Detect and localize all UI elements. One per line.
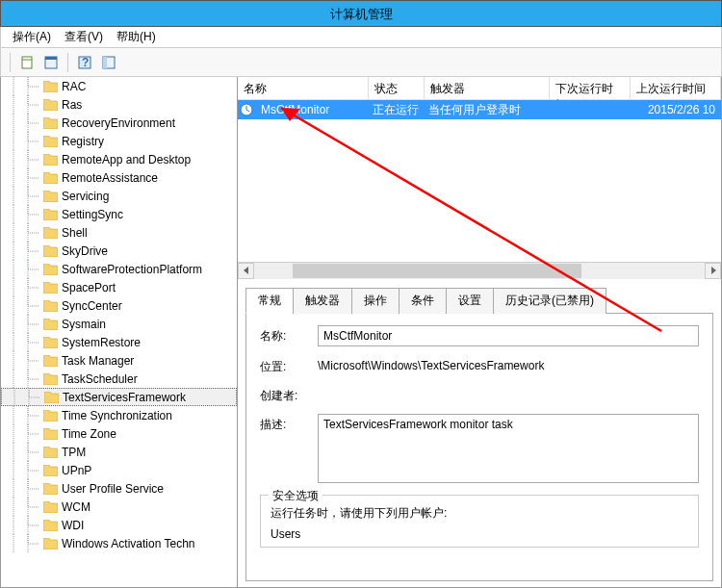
tab-triggers[interactable]: 触发器 (293, 288, 352, 314)
sidebar-item-task-manager[interactable]: Task Manager (1, 351, 237, 370)
folder-icon (43, 465, 58, 476)
sidebar-item-windows-activation-techn[interactable]: Windows Activation Techn (1, 534, 237, 552)
cell-trigger: 当任何用户登录时 (423, 102, 548, 118)
tree-lines (5, 150, 43, 168)
col-status[interactable]: 状态 (369, 77, 425, 99)
tree-lines (5, 479, 43, 498)
sidebar-item-upnp[interactable]: UPnP (1, 461, 237, 479)
folder-icon (43, 428, 58, 440)
folder-icon (43, 191, 58, 202)
scroll-right-icon[interactable] (705, 263, 721, 279)
sidebar-item-label: Sysmain (62, 318, 106, 331)
sidebar-item-spaceport[interactable]: SpacePort (1, 278, 237, 296)
folder-icon (43, 117, 58, 129)
field-location: \Microsoft\Windows\TextServicesFramework (318, 356, 544, 372)
tree-lines (5, 351, 43, 370)
sidebar-item-tpm[interactable]: TPM (1, 443, 237, 461)
general-panel: 名称: 位置: \Microsoft\Windows\TextServicesF… (245, 314, 713, 581)
sidebar-item-rac[interactable]: RAC (1, 77, 237, 95)
folder-icon (43, 483, 58, 495)
menu-action[interactable]: 操作(A) (13, 29, 51, 45)
tab-settings[interactable]: 设置 (446, 288, 494, 314)
horizontal-scrollbar[interactable] (238, 262, 721, 278)
col-trigger[interactable]: 触发器 (425, 77, 550, 99)
sidebar-item-recoveryenvironment[interactable]: RecoveryEnvironment (1, 114, 237, 132)
label-location: 位置: (260, 356, 318, 375)
sidebar-item-wcm[interactable]: WCM (1, 498, 237, 516)
sidebar-item-textservicesframework[interactable]: TextServicesFramework (1, 388, 237, 406)
sidebar-item-remoteassistance[interactable]: RemoteAssistance (1, 168, 237, 187)
tab-general[interactable]: 常规 (245, 288, 294, 314)
folder-icon (44, 392, 59, 403)
toolbar-button-1[interactable] (16, 52, 38, 73)
sidebar-item-taskscheduler[interactable]: TaskScheduler (1, 370, 237, 388)
sidebar-item-label: Time Zone (62, 427, 116, 441)
col-last-run[interactable]: 上次运行时间 (631, 77, 721, 99)
sidebar-item-label: RemoteAssistance (62, 171, 158, 185)
toolbar-button-4[interactable] (98, 52, 119, 73)
folder-icon (43, 319, 58, 330)
sidebar-item-label: SyncCenter (62, 299, 122, 313)
security-run-msg: 运行任务时，请使用下列用户帐户: (271, 505, 688, 522)
security-group: 安全选项 运行任务时，请使用下列用户帐户: Users (260, 495, 699, 548)
col-next-run[interactable]: 下次运行时间 (550, 77, 631, 99)
tab-conditions[interactable]: 条件 (399, 288, 447, 314)
sidebar-item-time-zone[interactable]: Time Zone (1, 424, 237, 443)
field-description[interactable] (318, 414, 699, 483)
menu-bar: 操作(A) 查看(V) 帮助(H) (0, 27, 722, 48)
folder-tree[interactable]: RACRasRecoveryEnvironmentRegistryRemoteA… (1, 77, 238, 587)
table-row[interactable]: MsCtfMonitor 正在运行 当任何用户登录时 2015/2/26 10 (238, 100, 721, 119)
sidebar-item-label: RecoveryEnvironment (62, 116, 175, 130)
sidebar-item-time-synchronization[interactable]: Time Synchronization (1, 406, 237, 424)
sidebar-item-label: Windows Activation Techn (62, 537, 195, 550)
sidebar-item-wdi[interactable]: WDI (1, 516, 237, 534)
toolbar-button-2[interactable] (40, 52, 62, 73)
tree-lines (5, 534, 43, 552)
sidebar-item-user-profile-service[interactable]: User Profile Service (1, 479, 237, 498)
tree-lines (5, 424, 43, 443)
toolbar-button-3[interactable]: ? (74, 52, 95, 73)
tree-lines (6, 388, 44, 406)
scroll-track[interactable] (254, 263, 705, 279)
folder-icon (43, 99, 58, 111)
scroll-left-icon[interactable] (238, 263, 254, 279)
window-title: 计算机管理 (0, 0, 722, 27)
sidebar-item-servicing[interactable]: Servicing (1, 187, 237, 205)
sidebar-item-sysmain[interactable]: Sysmain (1, 315, 237, 333)
sidebar-item-shell[interactable]: Shell (1, 223, 237, 242)
grid-body[interactable]: MsCtfMonitor 正在运行 当任何用户登录时 2015/2/26 10 (238, 100, 721, 262)
tree-lines (5, 443, 43, 461)
folder-icon (43, 337, 58, 348)
label-description: 描述: (260, 414, 318, 433)
sidebar-item-ras[interactable]: Ras (1, 95, 237, 114)
field-name[interactable] (318, 325, 699, 346)
content-pane: 名称 状态 触发器 下次运行时间 上次运行时间 MsCtfMonitor 正在运… (238, 77, 721, 587)
sidebar-item-registry[interactable]: Registry (1, 132, 237, 150)
sidebar-item-label: WDI (62, 519, 84, 532)
tree-lines (5, 168, 43, 187)
sidebar-item-skydrive[interactable]: SkyDrive (1, 242, 237, 260)
folder-icon (43, 282, 58, 294)
sidebar-item-remoteapp-and-desktop[interactable]: RemoteApp and Desktop (1, 150, 237, 168)
menu-help[interactable]: 帮助(H) (116, 29, 156, 45)
tab-actions[interactable]: 操作 (351, 288, 400, 314)
sidebar-item-synccenter[interactable]: SyncCenter (1, 296, 237, 315)
sidebar-item-settingsync[interactable]: SettingSync (1, 205, 237, 223)
sidebar-item-label: SpacePort (62, 281, 116, 294)
tree-lines (5, 205, 43, 223)
sidebar-item-softwareprotectionplatform[interactable]: SoftwareProtectionPlatform (1, 260, 237, 278)
tree-lines (5, 406, 43, 424)
scroll-thumb[interactable] (293, 264, 581, 278)
main-area: RACRasRecoveryEnvironmentRegistryRemoteA… (0, 77, 722, 588)
col-name[interactable]: 名称 (238, 77, 369, 99)
tree-lines (5, 498, 43, 516)
menu-view[interactable]: 查看(V) (64, 29, 103, 45)
sidebar-item-label: SoftwareProtectionPlatform (62, 263, 202, 276)
folder-icon (43, 245, 58, 257)
sidebar-item-systemrestore[interactable]: SystemRestore (1, 333, 237, 351)
folder-icon (43, 227, 58, 239)
security-group-title: 安全选项 (269, 488, 322, 504)
folder-icon (43, 264, 58, 275)
sidebar-item-label: TPM (62, 446, 86, 459)
tab-history[interactable]: 历史记录(已禁用) (493, 288, 606, 314)
